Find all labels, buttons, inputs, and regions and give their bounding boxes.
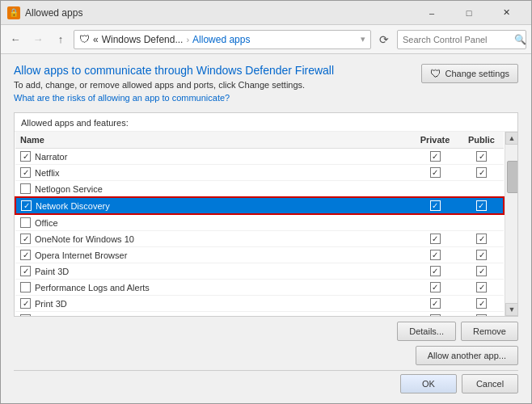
row-checkbox[interactable] xyxy=(20,298,31,309)
public-checkbox[interactable] xyxy=(476,234,487,244)
col-header-private[interactable]: Private xyxy=(411,132,459,149)
row-public-cell[interactable] xyxy=(459,231,504,247)
row-app-name: OneNote for Windows 10 xyxy=(35,234,134,244)
public-checkbox[interactable] xyxy=(476,266,487,276)
row-private-cell[interactable] xyxy=(411,231,459,247)
table-row[interactable]: Proximity Sharing xyxy=(15,312,504,317)
row-private-cell[interactable] xyxy=(411,263,459,280)
table-row[interactable]: Narrator xyxy=(15,149,504,165)
close-button[interactable]: ✕ xyxy=(488,1,525,25)
cancel-button[interactable]: Cancel xyxy=(462,374,518,393)
row-private-cell[interactable] xyxy=(411,247,459,263)
table-row[interactable]: Paint 3D xyxy=(15,263,504,280)
address-current: Allowed apps xyxy=(192,34,250,45)
table-row[interactable]: Opera Internet Browser xyxy=(15,247,504,263)
row-name-cell: Performance Logs and Alerts xyxy=(15,280,411,296)
row-public-cell[interactable] xyxy=(459,280,504,296)
change-settings-label: Change settings xyxy=(445,69,510,78)
table-scroll[interactable]: Name Private Public NarratorNetflixNetlo… xyxy=(15,132,505,316)
table-row[interactable]: Performance Logs and Alerts xyxy=(15,280,504,296)
scroll-up[interactable]: ▲ xyxy=(505,132,517,145)
private-checkbox[interactable] xyxy=(430,167,441,178)
row-public-cell[interactable] xyxy=(459,181,504,198)
row-public-cell[interactable] xyxy=(459,263,504,280)
page-subtitle: To add, change, or remove allowed apps a… xyxy=(14,80,334,90)
row-checkbox[interactable] xyxy=(20,151,31,162)
public-checkbox[interactable] xyxy=(476,314,487,316)
search-button[interactable]: 🔍 xyxy=(514,32,526,48)
private-checkbox[interactable] xyxy=(430,151,441,162)
row-private-cell[interactable] xyxy=(411,197,459,214)
row-public-cell[interactable] xyxy=(459,197,504,214)
row-checkbox[interactable] xyxy=(20,282,31,292)
remove-button[interactable]: Remove xyxy=(461,322,518,341)
table-row[interactable]: Network Discovery xyxy=(15,197,504,214)
scroll-thumb[interactable] xyxy=(507,161,517,193)
row-public-cell[interactable] xyxy=(459,165,504,181)
row-private-cell[interactable] xyxy=(411,165,459,181)
row-private-cell[interactable] xyxy=(411,312,459,317)
row-checkbox[interactable] xyxy=(20,167,31,178)
table-row[interactable]: Office xyxy=(15,214,504,231)
row-public-cell[interactable] xyxy=(459,247,504,263)
row-private-cell[interactable] xyxy=(411,214,459,231)
public-checkbox[interactable] xyxy=(476,200,487,211)
row-public-cell[interactable] xyxy=(459,296,504,312)
row-checkbox[interactable] xyxy=(20,314,31,316)
scrollbar[interactable]: ▲ ▼ xyxy=(505,132,517,316)
col-header-name[interactable]: Name xyxy=(15,132,411,149)
public-checkbox[interactable] xyxy=(476,250,487,260)
search-box[interactable]: 🔍 xyxy=(397,30,526,49)
row-name-cell: Office xyxy=(15,214,411,231)
back-button[interactable]: ← xyxy=(6,30,25,49)
row-public-cell[interactable] xyxy=(459,214,504,231)
row-checkbox[interactable] xyxy=(20,234,31,244)
public-checkbox[interactable] xyxy=(476,151,487,162)
table-row[interactable]: OneNote for Windows 10 xyxy=(15,231,504,247)
address-part1: « xyxy=(93,34,99,45)
private-checkbox[interactable] xyxy=(430,282,441,292)
public-checkbox[interactable] xyxy=(476,282,487,292)
minimize-button[interactable]: – xyxy=(413,1,450,25)
search-input[interactable] xyxy=(403,35,514,44)
private-checkbox[interactable] xyxy=(430,266,441,276)
table-label: Allowed apps and features: xyxy=(15,113,517,132)
refresh-button[interactable]: ⟳ xyxy=(374,30,394,49)
allow-another-button[interactable]: Allow another app... xyxy=(416,346,518,365)
title-bar: 🔒 Allowed apps – □ ✕ xyxy=(1,1,531,25)
row-public-cell[interactable] xyxy=(459,149,504,165)
row-private-cell[interactable] xyxy=(411,149,459,165)
row-private-cell[interactable] xyxy=(411,296,459,312)
public-checkbox[interactable] xyxy=(476,167,487,178)
private-checkbox[interactable] xyxy=(430,314,441,316)
table-row[interactable]: Netlogon Service xyxy=(15,181,504,198)
private-checkbox[interactable] xyxy=(430,234,441,244)
row-checkbox[interactable] xyxy=(20,183,31,194)
action-buttons-row: Details... Remove xyxy=(14,322,518,341)
col-header-public[interactable]: Public xyxy=(459,132,504,149)
row-checkbox[interactable] xyxy=(20,217,31,228)
table-row[interactable]: Print 3D xyxy=(15,296,504,312)
ok-button[interactable]: OK xyxy=(400,374,457,393)
details-button[interactable]: Details... xyxy=(397,322,456,341)
forward-button[interactable]: → xyxy=(28,30,48,49)
maximize-button[interactable]: □ xyxy=(450,1,488,25)
private-checkbox[interactable] xyxy=(430,200,441,211)
private-checkbox[interactable] xyxy=(430,298,441,309)
address-dropdown-icon[interactable]: ▾ xyxy=(361,34,365,44)
row-checkbox[interactable] xyxy=(20,250,31,260)
table-row[interactable]: Netflix xyxy=(15,165,504,181)
row-checkbox[interactable] xyxy=(21,200,32,211)
row-checkbox[interactable] xyxy=(20,266,31,276)
address-bar[interactable]: 🛡 « Windows Defend... › Allowed apps ▾ xyxy=(74,30,371,49)
public-checkbox[interactable] xyxy=(476,298,487,309)
scroll-down[interactable]: ▼ xyxy=(505,303,517,316)
row-private-cell[interactable] xyxy=(411,181,459,198)
change-settings-button[interactable]: 🛡 Change settings xyxy=(421,64,519,83)
risks-link[interactable]: What are the risks of allowing an app to… xyxy=(14,93,334,103)
up-button[interactable]: ↑ xyxy=(51,30,70,49)
row-public-cell[interactable] xyxy=(459,312,504,317)
private-checkbox[interactable] xyxy=(430,250,441,260)
row-private-cell[interactable] xyxy=(411,280,459,296)
row-name-cell: Network Discovery xyxy=(15,197,411,214)
